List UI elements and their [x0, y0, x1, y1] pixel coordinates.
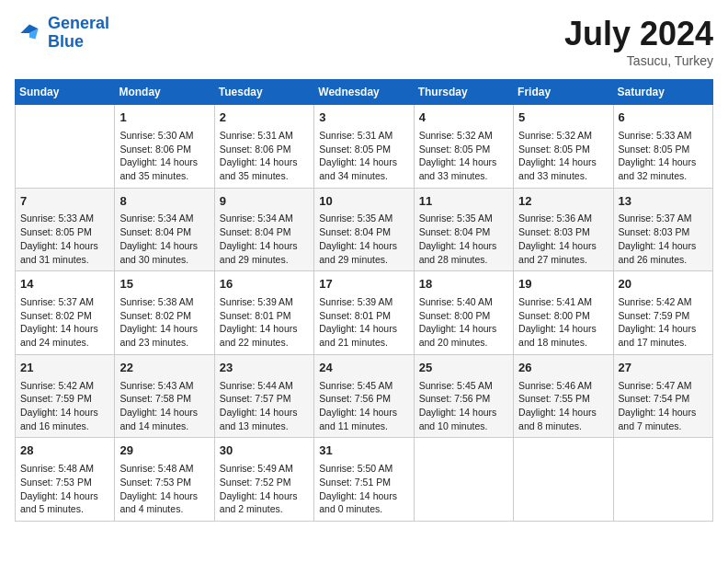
- day-number: 27: [619, 360, 708, 377]
- day-number: 23: [220, 360, 309, 377]
- calendar-cell: 26Sunrise: 5:46 AMSunset: 7:55 PMDayligh…: [514, 354, 613, 438]
- calendar-cell: 9Sunrise: 5:34 AMSunset: 8:04 PMDaylight…: [214, 188, 313, 271]
- cell-info: Sunrise: 5:37 AMSunset: 8:03 PMDaylight:…: [619, 212, 708, 266]
- day-number: 26: [518, 360, 608, 377]
- logo: General Blue: [15, 15, 109, 52]
- calendar-cell: 4Sunrise: 5:32 AMSunset: 8:05 PMDaylight…: [414, 105, 513, 189]
- cell-info: Sunrise: 5:35 AMSunset: 8:04 PMDaylight:…: [319, 212, 408, 266]
- day-number: 8: [119, 193, 209, 211]
- calendar-cell: 22Sunrise: 5:43 AMSunset: 7:58 PMDayligh…: [115, 354, 214, 438]
- day-number: 22: [119, 360, 209, 377]
- day-number: 31: [319, 442, 408, 460]
- cell-info: Sunrise: 5:30 AMSunset: 8:06 PMDaylight:…: [119, 129, 209, 183]
- calendar-table: SundayMondayTuesdayWednesdayThursdayFrid…: [15, 79, 713, 522]
- cell-info: Sunrise: 5:42 AMSunset: 7:59 PMDaylight:…: [20, 379, 109, 433]
- calendar-body: 1Sunrise: 5:30 AMSunset: 8:06 PMDaylight…: [16, 105, 713, 522]
- calendar-cell: [514, 438, 613, 522]
- day-number: 2: [220, 109, 309, 127]
- calendar-week-row: 1Sunrise: 5:30 AMSunset: 8:06 PMDaylight…: [16, 105, 713, 189]
- day-number: 28: [20, 442, 109, 460]
- day-number: 1: [119, 109, 209, 127]
- calendar-cell: 19Sunrise: 5:41 AMSunset: 8:00 PMDayligh…: [514, 271, 613, 355]
- month-year-title: July 2024: [564, 15, 713, 53]
- day-number: 6: [619, 109, 708, 127]
- day-number: 9: [220, 193, 309, 211]
- calendar-cell: 14Sunrise: 5:37 AMSunset: 8:02 PMDayligh…: [16, 271, 115, 355]
- weekday-header-tuesday: Tuesday: [214, 80, 313, 105]
- weekday-header-friday: Friday: [514, 80, 613, 105]
- calendar-cell: 18Sunrise: 5:40 AMSunset: 8:00 PMDayligh…: [414, 271, 513, 355]
- cell-info: Sunrise: 5:41 AMSunset: 8:00 PMDaylight:…: [518, 295, 608, 350]
- day-number: 4: [419, 109, 508, 127]
- calendar-cell: 13Sunrise: 5:37 AMSunset: 8:03 PMDayligh…: [613, 188, 712, 271]
- day-number: 10: [319, 193, 408, 211]
- calendar-cell: 20Sunrise: 5:42 AMSunset: 7:59 PMDayligh…: [613, 271, 712, 355]
- calendar-cell: 17Sunrise: 5:39 AMSunset: 8:01 PMDayligh…: [314, 271, 414, 355]
- weekday-header-saturday: Saturday: [613, 80, 712, 105]
- cell-info: Sunrise: 5:50 AMSunset: 7:51 PMDaylight:…: [319, 462, 408, 516]
- weekday-header-row: SundayMondayTuesdayWednesdayThursdayFrid…: [16, 80, 713, 105]
- calendar-cell: 29Sunrise: 5:48 AMSunset: 7:53 PMDayligh…: [115, 438, 214, 522]
- calendar-cell: 23Sunrise: 5:44 AMSunset: 7:57 PMDayligh…: [214, 354, 313, 438]
- cell-info: Sunrise: 5:46 AMSunset: 7:55 PMDaylight:…: [518, 379, 608, 433]
- cell-info: Sunrise: 5:39 AMSunset: 8:01 PMDaylight:…: [220, 295, 309, 350]
- cell-info: Sunrise: 5:33 AMSunset: 8:05 PMDaylight:…: [20, 212, 109, 266]
- day-number: 29: [119, 442, 209, 460]
- calendar-cell: 2Sunrise: 5:31 AMSunset: 8:06 PMDaylight…: [214, 105, 313, 189]
- calendar-cell: 10Sunrise: 5:35 AMSunset: 8:04 PMDayligh…: [314, 188, 414, 271]
- day-number: 18: [419, 276, 508, 293]
- calendar-cell: 5Sunrise: 5:32 AMSunset: 8:05 PMDaylight…: [514, 105, 613, 189]
- day-number: 16: [220, 276, 309, 293]
- calendar-cell: 1Sunrise: 5:30 AMSunset: 8:06 PMDaylight…: [115, 105, 214, 189]
- cell-info: Sunrise: 5:45 AMSunset: 7:56 PMDaylight:…: [419, 379, 508, 433]
- cell-info: Sunrise: 5:40 AMSunset: 8:00 PMDaylight:…: [419, 295, 508, 350]
- location-subtitle: Tasucu, Turkey: [564, 53, 713, 68]
- cell-info: Sunrise: 5:31 AMSunset: 8:06 PMDaylight:…: [220, 129, 309, 183]
- calendar-week-row: 21Sunrise: 5:42 AMSunset: 7:59 PMDayligh…: [16, 354, 713, 438]
- day-number: 14: [20, 276, 109, 293]
- day-number: 19: [518, 276, 608, 293]
- calendar-cell: 6Sunrise: 5:33 AMSunset: 8:05 PMDaylight…: [613, 105, 712, 189]
- cell-info: Sunrise: 5:38 AMSunset: 8:02 PMDaylight:…: [119, 295, 209, 350]
- cell-info: Sunrise: 5:45 AMSunset: 7:56 PMDaylight:…: [319, 379, 408, 433]
- cell-info: Sunrise: 5:42 AMSunset: 7:59 PMDaylight:…: [619, 295, 708, 350]
- cell-info: Sunrise: 5:49 AMSunset: 7:52 PMDaylight:…: [220, 462, 309, 516]
- calendar-cell: 11Sunrise: 5:35 AMSunset: 8:04 PMDayligh…: [414, 188, 513, 271]
- calendar-cell: 3Sunrise: 5:31 AMSunset: 8:05 PMDaylight…: [314, 105, 414, 189]
- weekday-header-wednesday: Wednesday: [314, 80, 414, 105]
- cell-info: Sunrise: 5:34 AMSunset: 8:04 PMDaylight:…: [220, 212, 309, 266]
- calendar-cell: 28Sunrise: 5:48 AMSunset: 7:53 PMDayligh…: [16, 438, 115, 522]
- calendar-cell: [414, 438, 513, 522]
- calendar-cell: [16, 105, 115, 189]
- calendar-week-row: 28Sunrise: 5:48 AMSunset: 7:53 PMDayligh…: [16, 438, 713, 522]
- cell-info: Sunrise: 5:37 AMSunset: 8:02 PMDaylight:…: [20, 295, 109, 350]
- calendar-cell: 7Sunrise: 5:33 AMSunset: 8:05 PMDaylight…: [16, 188, 115, 271]
- day-number: 20: [619, 276, 708, 293]
- logo-text: General Blue: [48, 15, 109, 52]
- day-number: 13: [619, 193, 708, 211]
- cell-info: Sunrise: 5:48 AMSunset: 7:53 PMDaylight:…: [119, 462, 209, 516]
- calendar-cell: 31Sunrise: 5:50 AMSunset: 7:51 PMDayligh…: [314, 438, 414, 522]
- logo-icon: [15, 18, 44, 48]
- weekday-header-thursday: Thursday: [414, 80, 513, 105]
- day-number: 25: [419, 360, 508, 377]
- day-number: 11: [419, 193, 508, 211]
- weekday-header-monday: Monday: [115, 80, 214, 105]
- day-number: 7: [20, 193, 109, 211]
- day-number: 3: [319, 109, 408, 127]
- day-number: 30: [220, 442, 309, 460]
- day-number: 24: [319, 360, 408, 377]
- day-number: 12: [518, 193, 608, 211]
- day-number: 15: [119, 276, 209, 293]
- calendar-cell: 27Sunrise: 5:47 AMSunset: 7:54 PMDayligh…: [613, 354, 712, 438]
- calendar-header: SundayMondayTuesdayWednesdayThursdayFrid…: [16, 80, 713, 105]
- calendar-week-row: 7Sunrise: 5:33 AMSunset: 8:05 PMDaylight…: [16, 188, 713, 271]
- cell-info: Sunrise: 5:39 AMSunset: 8:01 PMDaylight:…: [319, 295, 408, 350]
- calendar-cell: 30Sunrise: 5:49 AMSunset: 7:52 PMDayligh…: [214, 438, 313, 522]
- weekday-header-sunday: Sunday: [16, 80, 115, 105]
- calendar-cell: [613, 438, 712, 522]
- cell-info: Sunrise: 5:33 AMSunset: 8:05 PMDaylight:…: [619, 129, 708, 183]
- cell-info: Sunrise: 5:36 AMSunset: 8:03 PMDaylight:…: [518, 212, 608, 266]
- cell-info: Sunrise: 5:48 AMSunset: 7:53 PMDaylight:…: [20, 462, 109, 516]
- cell-info: Sunrise: 5:34 AMSunset: 8:04 PMDaylight:…: [119, 212, 209, 266]
